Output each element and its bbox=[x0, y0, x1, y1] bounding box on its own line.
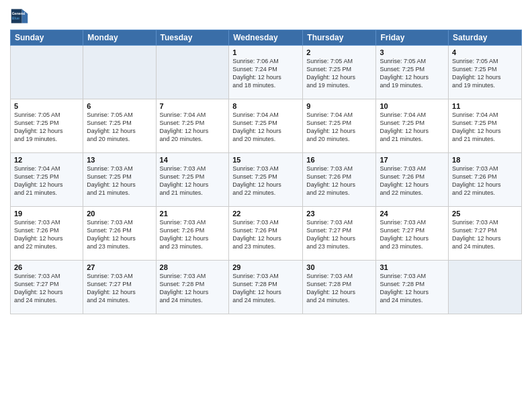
day-number: 7 bbox=[160, 102, 226, 110]
calendar-week-row: 5Sunrise: 7:05 AM Sunset: 7:25 PM Daylig… bbox=[11, 99, 522, 153]
day-number: 22 bbox=[232, 210, 299, 218]
calendar-week-row: 1Sunrise: 7:06 AM Sunset: 7:24 PM Daylig… bbox=[11, 46, 522, 99]
day-info: Sunrise: 7:03 AM Sunset: 7:26 PM Dayligh… bbox=[306, 165, 372, 197]
calendar-cell: 7Sunrise: 7:04 AM Sunset: 7:25 PM Daylig… bbox=[156, 99, 229, 153]
day-number: 2 bbox=[306, 48, 372, 56]
calendar-cell: 6Sunrise: 7:05 AM Sunset: 7:25 PM Daylig… bbox=[83, 99, 156, 153]
day-number: 19 bbox=[14, 210, 79, 218]
calendar-cell: 25Sunrise: 7:03 AM Sunset: 7:27 PM Dayli… bbox=[449, 207, 522, 261]
calendar-cell bbox=[83, 46, 156, 99]
day-info: Sunrise: 7:05 AM Sunset: 7:25 PM Dayligh… bbox=[452, 57, 518, 90]
day-number: 28 bbox=[160, 263, 226, 271]
day-number: 13 bbox=[87, 156, 152, 164]
day-info: Sunrise: 7:05 AM Sunset: 7:25 PM Dayligh… bbox=[380, 57, 445, 90]
day-info: Sunrise: 7:03 AM Sunset: 7:27 PM Dayligh… bbox=[306, 218, 372, 251]
day-info: Sunrise: 7:03 AM Sunset: 7:25 PM Dayligh… bbox=[87, 165, 152, 197]
day-number: 25 bbox=[452, 210, 518, 218]
calendar-cell: 28Sunrise: 7:03 AM Sunset: 7:28 PM Dayli… bbox=[156, 261, 229, 314]
calendar-cell: 23Sunrise: 7:03 AM Sunset: 7:27 PM Dayli… bbox=[303, 207, 376, 261]
calendar-week-row: 19Sunrise: 7:03 AM Sunset: 7:26 PM Dayli… bbox=[11, 207, 522, 261]
day-number: 1 bbox=[232, 48, 299, 56]
day-number: 4 bbox=[452, 48, 518, 56]
day-info: Sunrise: 7:03 AM Sunset: 7:28 PM Dayligh… bbox=[232, 272, 299, 305]
calendar-day-header: Monday bbox=[83, 30, 156, 46]
calendar-cell: 17Sunrise: 7:03 AM Sunset: 7:26 PM Dayli… bbox=[376, 153, 449, 207]
calendar-cell: 3Sunrise: 7:05 AM Sunset: 7:25 PM Daylig… bbox=[376, 46, 449, 99]
calendar-cell: 5Sunrise: 7:05 AM Sunset: 7:25 PM Daylig… bbox=[11, 99, 83, 153]
calendar-day-header: Wednesday bbox=[229, 30, 303, 46]
day-number: 12 bbox=[14, 156, 79, 164]
page-container: General Blue SundayMondayTuesdayWednesda… bbox=[0, 0, 532, 318]
calendar-cell: 8Sunrise: 7:04 AM Sunset: 7:25 PM Daylig… bbox=[229, 99, 303, 153]
day-number: 26 bbox=[14, 263, 79, 271]
day-info: Sunrise: 7:05 AM Sunset: 7:25 PM Dayligh… bbox=[14, 111, 79, 144]
day-number: 29 bbox=[232, 263, 299, 271]
day-info: Sunrise: 7:03 AM Sunset: 7:25 PM Dayligh… bbox=[232, 165, 299, 197]
calendar-day-header: Friday bbox=[376, 30, 449, 46]
day-number: 9 bbox=[306, 102, 372, 110]
calendar-header-row: SundayMondayTuesdayWednesdayThursdayFrid… bbox=[11, 30, 522, 46]
calendar-week-row: 12Sunrise: 7:04 AM Sunset: 7:25 PM Dayli… bbox=[11, 153, 522, 207]
calendar-cell bbox=[449, 261, 522, 314]
calendar-cell: 27Sunrise: 7:03 AM Sunset: 7:27 PM Dayli… bbox=[83, 261, 156, 314]
day-number: 15 bbox=[232, 156, 299, 164]
calendar-cell: 20Sunrise: 7:03 AM Sunset: 7:26 PM Dayli… bbox=[83, 207, 156, 261]
calendar-day-header: Saturday bbox=[449, 30, 522, 46]
day-number: 21 bbox=[160, 210, 226, 218]
day-info: Sunrise: 7:03 AM Sunset: 7:26 PM Dayligh… bbox=[14, 218, 79, 251]
day-info: Sunrise: 7:03 AM Sunset: 7:28 PM Dayligh… bbox=[380, 272, 445, 305]
calendar-day-header: Sunday bbox=[11, 30, 83, 46]
day-info: Sunrise: 7:03 AM Sunset: 7:27 PM Dayligh… bbox=[87, 272, 152, 305]
day-number: 20 bbox=[87, 210, 152, 218]
calendar-cell: 4Sunrise: 7:05 AM Sunset: 7:25 PM Daylig… bbox=[449, 46, 522, 99]
calendar-cell: 24Sunrise: 7:03 AM Sunset: 7:27 PM Dayli… bbox=[376, 207, 449, 261]
calendar-cell: 31Sunrise: 7:03 AM Sunset: 7:28 PM Dayli… bbox=[376, 261, 449, 314]
calendar-cell: 29Sunrise: 7:03 AM Sunset: 7:28 PM Dayli… bbox=[229, 261, 303, 314]
calendar-cell: 13Sunrise: 7:03 AM Sunset: 7:25 PM Dayli… bbox=[83, 153, 156, 207]
calendar-cell: 18Sunrise: 7:03 AM Sunset: 7:26 PM Dayli… bbox=[449, 153, 522, 207]
day-info: Sunrise: 7:04 AM Sunset: 7:25 PM Dayligh… bbox=[232, 111, 299, 144]
day-info: Sunrise: 7:04 AM Sunset: 7:25 PM Dayligh… bbox=[306, 111, 372, 144]
svg-text:Blue: Blue bbox=[12, 16, 19, 20]
logo: General Blue bbox=[10, 7, 32, 26]
day-info: Sunrise: 7:03 AM Sunset: 7:26 PM Dayligh… bbox=[160, 218, 226, 251]
day-info: Sunrise: 7:05 AM Sunset: 7:25 PM Dayligh… bbox=[87, 111, 152, 144]
day-info: Sunrise: 7:03 AM Sunset: 7:25 PM Dayligh… bbox=[160, 165, 226, 197]
calendar-cell: 12Sunrise: 7:04 AM Sunset: 7:25 PM Dayli… bbox=[11, 153, 83, 207]
day-info: Sunrise: 7:03 AM Sunset: 7:27 PM Dayligh… bbox=[380, 218, 445, 251]
day-number: 27 bbox=[87, 263, 152, 271]
calendar-cell: 19Sunrise: 7:03 AM Sunset: 7:26 PM Dayli… bbox=[11, 207, 83, 261]
day-info: Sunrise: 7:04 AM Sunset: 7:25 PM Dayligh… bbox=[14, 165, 79, 197]
calendar-cell bbox=[156, 46, 229, 99]
day-number: 23 bbox=[306, 210, 372, 218]
day-number: 17 bbox=[380, 156, 445, 164]
calendar-cell: 22Sunrise: 7:03 AM Sunset: 7:26 PM Dayli… bbox=[229, 207, 303, 261]
day-number: 11 bbox=[452, 102, 518, 110]
day-info: Sunrise: 7:04 AM Sunset: 7:25 PM Dayligh… bbox=[380, 111, 445, 144]
calendar-cell: 21Sunrise: 7:03 AM Sunset: 7:26 PM Dayli… bbox=[156, 207, 229, 261]
day-info: Sunrise: 7:03 AM Sunset: 7:26 PM Dayligh… bbox=[380, 165, 445, 197]
calendar-cell: 15Sunrise: 7:03 AM Sunset: 7:25 PM Dayli… bbox=[229, 153, 303, 207]
day-number: 5 bbox=[14, 102, 79, 110]
calendar-cell: 1Sunrise: 7:06 AM Sunset: 7:24 PM Daylig… bbox=[229, 46, 303, 99]
day-number: 6 bbox=[87, 102, 152, 110]
logo-icon: General Blue bbox=[10, 7, 29, 26]
calendar-cell: 14Sunrise: 7:03 AM Sunset: 7:25 PM Dayli… bbox=[156, 153, 229, 207]
day-number: 18 bbox=[452, 156, 518, 164]
calendar-day-header: Thursday bbox=[303, 30, 376, 46]
calendar-cell: 9Sunrise: 7:04 AM Sunset: 7:25 PM Daylig… bbox=[303, 99, 376, 153]
header: General Blue bbox=[10, 7, 522, 26]
calendar-cell bbox=[11, 46, 83, 99]
day-number: 8 bbox=[232, 102, 299, 110]
day-info: Sunrise: 7:03 AM Sunset: 7:26 PM Dayligh… bbox=[232, 218, 299, 251]
calendar-cell: 10Sunrise: 7:04 AM Sunset: 7:25 PM Dayli… bbox=[376, 99, 449, 153]
day-number: 31 bbox=[380, 263, 445, 271]
day-info: Sunrise: 7:03 AM Sunset: 7:26 PM Dayligh… bbox=[452, 165, 518, 197]
calendar-week-row: 26Sunrise: 7:03 AM Sunset: 7:27 PM Dayli… bbox=[11, 261, 522, 314]
calendar-cell: 16Sunrise: 7:03 AM Sunset: 7:26 PM Dayli… bbox=[303, 153, 376, 207]
day-info: Sunrise: 7:04 AM Sunset: 7:25 PM Dayligh… bbox=[452, 111, 518, 144]
calendar-cell: 2Sunrise: 7:05 AM Sunset: 7:25 PM Daylig… bbox=[303, 46, 376, 99]
day-info: Sunrise: 7:06 AM Sunset: 7:24 PM Dayligh… bbox=[232, 57, 299, 90]
svg-text:General: General bbox=[12, 11, 26, 15]
calendar-cell: 30Sunrise: 7:03 AM Sunset: 7:28 PM Dayli… bbox=[303, 261, 376, 314]
